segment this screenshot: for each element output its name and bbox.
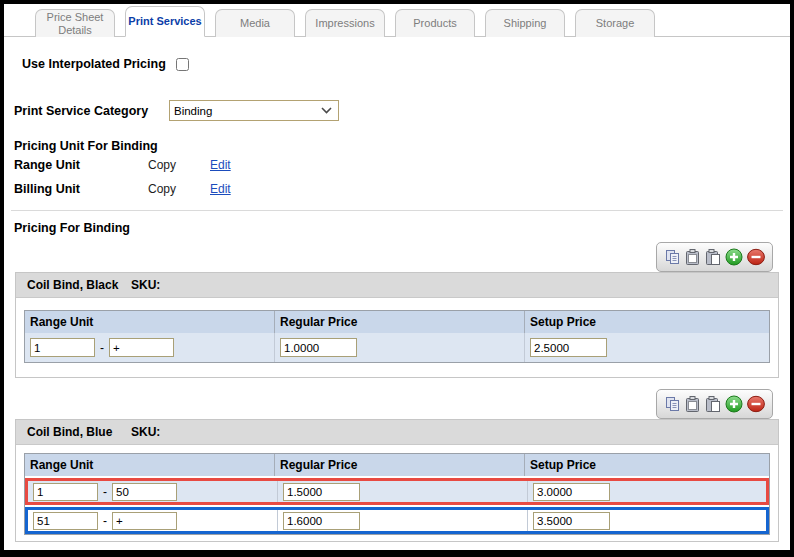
price-table-panel-coil-bind-black: Coil Bind, Black SKU: Range Unit Regular…	[15, 272, 779, 378]
column-header: Regular Price	[274, 311, 524, 333]
chevron-down-icon	[321, 107, 332, 114]
table-toolbar	[656, 242, 773, 272]
add-icon[interactable]	[725, 395, 743, 413]
panel-header: Coil Bind, Blue SKU:	[16, 420, 778, 445]
copy-icon[interactable]	[664, 249, 681, 266]
app-window: Price Sheet Details Print Services Media…	[0, 0, 794, 557]
range-unit-label: Range Unit	[14, 158, 148, 172]
range-unit-edit-link[interactable]: Edit	[210, 158, 231, 172]
setup-price-input[interactable]	[530, 338, 607, 357]
range-separator: -	[103, 514, 107, 528]
range-unit-value: Copy	[148, 158, 210, 172]
tab-label: Storage	[596, 17, 635, 30]
tab-label: Price Sheet Details	[36, 11, 114, 36]
tab-impressions[interactable]: Impressions	[305, 9, 385, 37]
paste-icon[interactable]	[685, 249, 701, 266]
add-icon[interactable]	[725, 248, 743, 266]
range-to-input[interactable]	[112, 483, 177, 501]
column-header: Range Unit	[25, 311, 274, 333]
billing-unit-row: Billing Unit Copy Edit	[14, 177, 783, 201]
panel-header: Coil Bind, Black SKU:	[16, 273, 778, 298]
regular-price-input[interactable]	[283, 512, 360, 530]
table-toolbar	[656, 389, 773, 419]
remove-icon[interactable]	[747, 248, 765, 266]
sku-label: SKU:	[131, 278, 160, 292]
item-name: Coil Bind, Black	[27, 278, 131, 292]
range-separator: -	[103, 485, 107, 499]
price-table: Range Unit Regular Price Setup Price -	[24, 453, 770, 535]
pricing-unit-title: Pricing Unit For Binding	[14, 139, 783, 153]
copy-icon[interactable]	[664, 396, 681, 413]
regular-price-input[interactable]	[280, 338, 357, 357]
billing-unit-edit-link[interactable]: Edit	[210, 182, 231, 196]
item-name: Coil Bind, Blue	[27, 425, 131, 439]
setup-price-input[interactable]	[533, 512, 610, 530]
tab-storage[interactable]: Storage	[575, 9, 655, 37]
range-from-input[interactable]	[33, 483, 98, 501]
tab-label: Products	[413, 17, 456, 30]
paste-special-icon[interactable]	[705, 249, 721, 266]
interpolated-pricing-label: Use Interpolated Pricing	[22, 57, 176, 71]
tab-media[interactable]: Media	[215, 9, 295, 37]
interpolated-pricing-row: Use Interpolated Pricing	[22, 56, 783, 72]
tab-label: Shipping	[504, 17, 547, 30]
table-row-highlight-red: -	[25, 478, 769, 505]
range-to-input[interactable]	[109, 338, 174, 357]
range-to-input[interactable]	[112, 512, 177, 530]
column-header: Setup Price	[524, 454, 769, 476]
tab-label: Print Services	[128, 15, 201, 28]
regular-price-input[interactable]	[283, 483, 360, 501]
column-header: Setup Price	[524, 311, 769, 333]
interpolated-pricing-checkbox[interactable]	[176, 58, 189, 71]
range-separator: -	[100, 341, 104, 355]
paste-icon[interactable]	[685, 396, 701, 413]
setup-price-input[interactable]	[533, 483, 610, 501]
range-from-input[interactable]	[33, 512, 98, 530]
category-label: Print Service Category	[14, 104, 169, 118]
range-unit-row: Range Unit Copy Edit	[14, 153, 783, 177]
tab-label: Impressions	[315, 17, 374, 30]
price-table-panel-coil-bind-blue: Coil Bind, Blue SKU: Range Unit Regular …	[15, 419, 779, 542]
tab-products[interactable]: Products	[395, 9, 475, 37]
tab-bar: Price Sheet Details Print Services Media…	[4, 4, 790, 37]
remove-icon[interactable]	[747, 395, 765, 413]
pricing-for-binding-title: Pricing For Binding	[14, 221, 783, 235]
range-from-input[interactable]	[30, 338, 95, 357]
table-header-row: Range Unit Regular Price Setup Price	[25, 311, 769, 333]
category-row: Print Service Category Binding	[14, 100, 783, 121]
table-header-row: Range Unit Regular Price Setup Price	[25, 454, 769, 476]
category-selected-value: Binding	[174, 105, 212, 117]
table-row-highlight-blue: -	[25, 507, 769, 534]
tab-shipping[interactable]: Shipping	[485, 9, 565, 37]
column-header: Range Unit	[25, 454, 274, 476]
section-divider	[11, 210, 783, 211]
tab-print-services[interactable]: Print Services	[125, 6, 205, 37]
paste-special-icon[interactable]	[705, 396, 721, 413]
billing-unit-label: Billing Unit	[14, 182, 148, 196]
price-table: Range Unit Regular Price Setup Price -	[24, 310, 770, 363]
billing-unit-value: Copy	[148, 182, 210, 196]
category-select[interactable]: Binding	[169, 100, 339, 121]
tab-price-sheet-details[interactable]: Price Sheet Details	[35, 9, 115, 37]
column-header: Regular Price	[274, 454, 524, 476]
tab-label: Media	[240, 17, 270, 30]
table-row: -	[25, 333, 769, 362]
sku-label: SKU:	[131, 425, 160, 439]
